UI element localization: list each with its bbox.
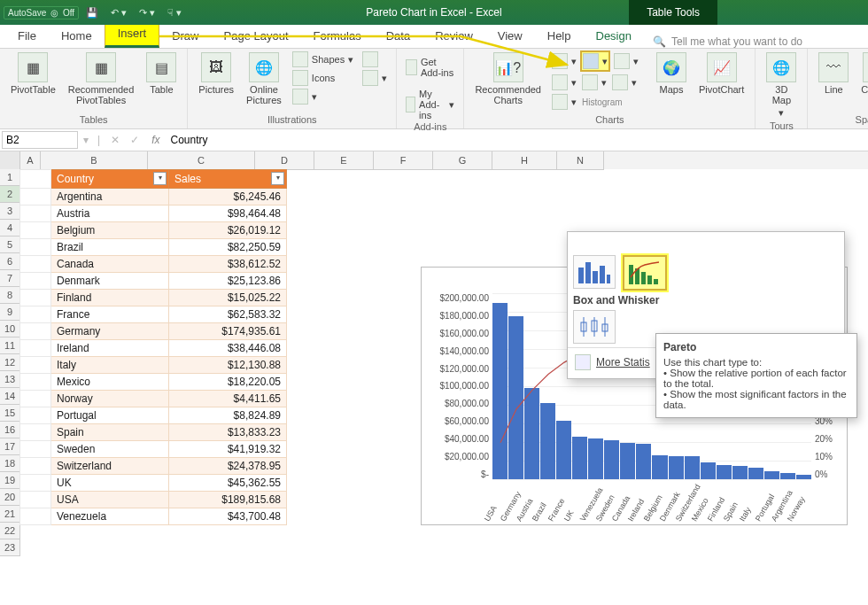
table-cell[interactable]: $18,220.05 — [169, 374, 287, 391]
save-icon[interactable]: 💾 — [81, 5, 104, 20]
pivotchart-button[interactable]: 📈PivotChart — [695, 50, 748, 97]
col-header-D[interactable]: D — [255, 151, 314, 170]
data-table[interactable]: Country▾Sales▾Argentina$6,245.46Austria$… — [19, 169, 287, 525]
row-header-13[interactable]: 13 — [0, 371, 20, 388]
row-header-11[interactable]: 11 — [0, 337, 20, 354]
pie-chart-button[interactable]: ▾ — [550, 93, 578, 111]
table-cell[interactable]: $38,446.08 — [169, 340, 287, 357]
row-header-16[interactable]: 16 — [0, 422, 20, 438]
col-header-C[interactable]: C — [148, 151, 255, 170]
pivottable-button[interactable]: ▦PivotTable — [7, 50, 59, 97]
redo-icon[interactable]: ↷ ▾ — [134, 5, 160, 20]
tab-view[interactable]: View — [485, 26, 535, 48]
table-cell[interactable]: $62,583.32 — [169, 306, 287, 323]
map-chart-button[interactable]: ▾ — [580, 74, 608, 91]
col-header-F[interactable]: F — [374, 151, 433, 170]
row-header-15[interactable]: 15 — [0, 405, 20, 422]
table-header[interactable]: Sales▾ — [169, 170, 287, 189]
col-header-N[interactable]: N — [557, 151, 604, 170]
touch-mode-icon[interactable]: ☟ ▾ — [162, 5, 187, 20]
get-addins-button[interactable]: Get Add-ins — [404, 56, 456, 79]
row-header-8[interactable]: 8 — [0, 287, 20, 304]
table-cell[interactable]: $43,700.48 — [169, 508, 287, 525]
bar-chart-button[interactable]: ▾ — [550, 50, 578, 72]
table-cell[interactable]: $4,411.65 — [169, 391, 287, 407]
filter-dropdown-icon[interactable]: ▾ — [153, 172, 167, 185]
recommended-pivottables-button[interactable]: ▦Recommended PivotTables — [65, 50, 138, 107]
table-cell[interactable]: $189,815.68 — [169, 492, 287, 508]
row-header-21[interactable]: 21 — [0, 506, 20, 523]
tab-insert[interactable]: Insert — [105, 22, 160, 48]
screenshot-button[interactable]: ▾ — [360, 69, 389, 87]
row-header-2[interactable]: 2 — [0, 186, 20, 203]
pictures-button[interactable]: 🖼Pictures — [195, 50, 237, 97]
table-cell[interactable]: $15,025.22 — [169, 290, 287, 306]
table-cell[interactable]: Switzerland — [51, 458, 169, 475]
icons-button[interactable]: Icons — [291, 69, 355, 87]
row-header-17[interactable]: 17 — [0, 438, 20, 455]
table-cell[interactable]: $13,833.23 — [169, 424, 287, 441]
table-cell[interactable]: Brazil — [51, 239, 169, 256]
3d-map-button[interactable]: 🌐3D Map ▾ — [763, 50, 800, 120]
maps-button[interactable]: 🌍Maps — [653, 50, 690, 97]
row-header-7[interactable]: 7 — [0, 270, 20, 287]
col-header-B[interactable]: B — [41, 151, 148, 170]
row-header-14[interactable]: 14 — [0, 388, 20, 405]
table-button[interactable]: ▤Table — [143, 50, 180, 97]
table-cell[interactable]: $38,612.52 — [169, 256, 287, 273]
surface-chart-button[interactable]: ▾ — [610, 74, 639, 91]
table-cell[interactable]: Argentina — [51, 189, 169, 206]
tab-file[interactable]: File — [5, 26, 49, 48]
table-cell[interactable]: UK — [51, 475, 169, 492]
tab-page-layout[interactable]: Page Layout — [212, 26, 301, 48]
col-header-H[interactable]: H — [492, 151, 557, 170]
table-cell[interactable]: Germany — [51, 323, 169, 340]
row-header-1[interactable]: 1 — [0, 169, 20, 186]
row-header-20[interactable]: 20 — [0, 489, 20, 506]
shapes-button[interactable]: Shapes ▾ — [291, 50, 355, 68]
tab-review[interactable]: Review — [422, 26, 485, 48]
table-cell[interactable]: $6,245.46 — [169, 189, 287, 206]
row-header-4[interactable]: 4 — [0, 220, 20, 237]
sparkline-line-button[interactable]: 〰Line — [815, 50, 852, 97]
autosave-toggle[interactable]: AutoSave ◎ Off — [4, 6, 79, 19]
table-cell[interactable]: Belgium — [51, 222, 169, 239]
table-cell[interactable]: $82,250.59 — [169, 239, 287, 256]
table-cell[interactable]: $8,824.89 — [169, 407, 287, 424]
histogram-option[interactable] — [573, 255, 616, 289]
col-header-G[interactable]: G — [433, 151, 492, 170]
table-cell[interactable]: Ireland — [51, 340, 169, 357]
histogram-chart-button[interactable]: ▾ — [580, 50, 610, 72]
table-cell[interactable]: $98,464.48 — [169, 206, 287, 222]
col-header-A[interactable]: A — [20, 151, 41, 170]
row-header-22[interactable]: 22 — [0, 523, 20, 539]
table-cell[interactable]: $25,123.86 — [169, 273, 287, 290]
tab-data[interactable]: Data — [374, 26, 422, 48]
table-cell[interactable]: Sweden — [51, 441, 169, 458]
row-header-5[interactable]: 5 — [0, 237, 20, 253]
row-header-19[interactable]: 19 — [0, 472, 20, 489]
box-whisker-option[interactable] — [573, 310, 616, 344]
tell-me-search[interactable]: 🔍 Tell me what you want to do — [653, 35, 802, 48]
table-cell[interactable]: Italy — [51, 357, 169, 374]
fx-icon[interactable]: fx — [144, 134, 167, 146]
smartart-button[interactable] — [360, 50, 389, 68]
table-cell[interactable]: Austria — [51, 206, 169, 222]
hierarchy-chart-button[interactable]: ▾ — [612, 50, 640, 72]
table-cell[interactable]: Finland — [51, 290, 169, 306]
tab-design[interactable]: Design — [584, 26, 644, 48]
name-box[interactable] — [2, 131, 78, 149]
recommended-charts-button[interactable]: 📊?Recommended Charts — [471, 50, 545, 107]
3d-models-button[interactable]: ▾ — [291, 88, 355, 105]
row-header-6[interactable]: 6 — [0, 253, 20, 270]
tab-help[interactable]: Help — [535, 26, 584, 48]
tab-draw[interactable]: Draw — [159, 26, 211, 48]
table-cell[interactable]: Venezuela — [51, 508, 169, 525]
table-header[interactable]: Country▾ — [51, 170, 169, 189]
filter-dropdown-icon[interactable]: ▾ — [271, 172, 284, 185]
online-pictures-button[interactable]: 🌐Online Pictures — [243, 50, 285, 107]
col-header-E[interactable]: E — [314, 151, 374, 170]
table-cell[interactable]: $41,919.32 — [169, 441, 287, 458]
row-header-18[interactable]: 18 — [0, 455, 20, 472]
formula-input[interactable] — [167, 132, 868, 148]
